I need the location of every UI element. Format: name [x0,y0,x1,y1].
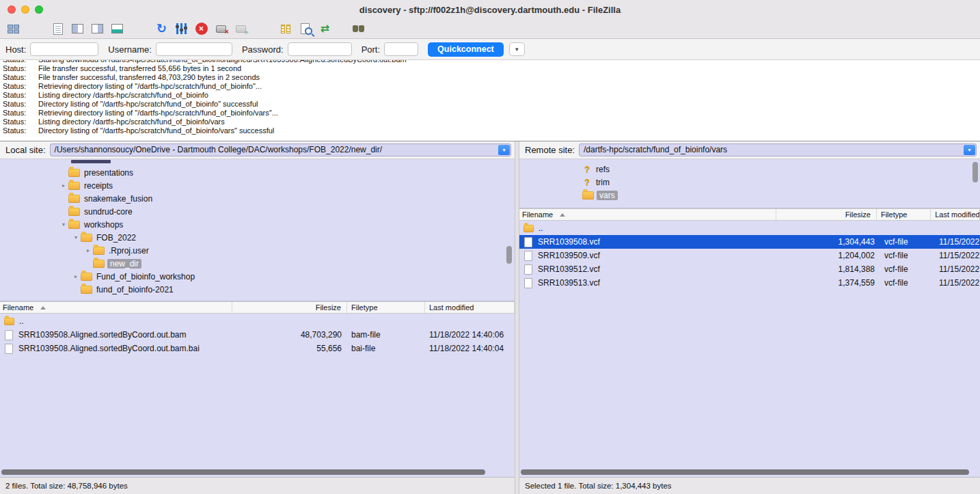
log-line: Status:Retrieving directory listing of "… [0,82,980,91]
chevron-right-icon[interactable]: ▸ [83,247,93,253]
transfer-queue-toggle-icon[interactable] [108,20,126,37]
tree-item-label: FOB_2022 [96,233,136,243]
quickconnect-button[interactable]: Quickconnect [428,42,504,57]
horizontal-scrollbar[interactable] [519,467,980,477]
file-name: .. [539,223,543,233]
local-treeview-toggle-icon[interactable] [68,20,87,37]
tree-item-label: Fund_of_bioinfo_workshop [96,272,195,282]
log-line: Status:Retrieving directory listing of "… [0,109,980,118]
local-file-list-header: Filename Filesize Filetype Last modified [0,301,515,314]
column-header-last-modified[interactable]: Last modified [931,209,980,220]
column-header-filesize[interactable]: Filesize [232,302,347,313]
find-files-icon[interactable] [296,20,314,37]
vertical-scrollbar-thumb[interactable] [972,162,978,182]
close-window-button[interactable] [8,5,16,14]
search-binoculars-icon[interactable] [349,20,368,37]
column-header-filesize[interactable]: Filesize [776,209,877,220]
column-header-filename[interactable]: Filename [0,302,232,313]
tree-item-fund-of-bioinfo-workshop[interactable]: ▸Fund_of_bioinfo_workshop [0,270,515,283]
synchronized-browsing-icon[interactable]: ⇄ [316,20,334,37]
horizontal-scrollbar-thumb[interactable] [1,469,485,475]
partially-scrolled-tree-row [71,160,111,163]
tree-item-trim[interactable]: ?trim [519,176,980,189]
unknown-folder-icon: ? [582,177,592,187]
file-row[interactable]: SRR1039508.Aligned.sortedByCoord.out.bam… [0,328,515,342]
port-input[interactable] [384,42,418,56]
message-log-toggle-icon[interactable] [49,20,67,37]
reconnect-icon[interactable]: ▸ [232,20,250,37]
password-input[interactable] [288,42,352,56]
file-row[interactable]: SRR1039513.vcf 1,374,559 vcf-file 11/15/… [519,276,980,290]
horizontal-scrollbar[interactable] [0,467,515,477]
chevron-down-icon[interactable]: ▾ [59,221,68,228]
local-status-text: 2 files. Total size: 48,758,946 bytes [5,482,128,490]
dropdown-arrow-icon[interactable]: ▾ [964,145,975,155]
file-icon [5,344,13,354]
tree-item-snakemake-fusion[interactable]: snakemake_fusion [0,192,515,205]
dropdown-arrow-icon[interactable]: ▾ [498,145,510,155]
remote-treeview-toggle-icon[interactable] [88,20,107,37]
tree-item-receipts[interactable]: ▸receipts [0,179,515,192]
column-label: Filename [522,210,553,219]
column-header-filetype[interactable]: Filetype [877,209,931,220]
file-name: SRR1039513.vcf [538,278,600,288]
file-modified: 11/15/2022 [935,262,980,276]
filter-icon[interactable] [172,20,191,37]
pane-splitter[interactable] [515,141,519,494]
remote-pane: Remote site: /dartfs-hpc/scratch/fund_of… [519,141,980,477]
folder-icon [523,225,534,232]
chevron-right-icon[interactable]: ▸ [71,273,81,279]
file-size [779,221,880,235]
file-type: vcf-file [880,235,935,249]
file-row-parent-dir[interactable]: .. [0,314,515,328]
username-input[interactable] [156,42,232,56]
file-row[interactable]: SRR1039509.vcf 1,204,002 vcf-file 11/15/… [519,249,980,262]
quickconnect-dropdown-button[interactable]: ▾ [509,42,525,56]
file-row[interactable]: SRR1039512.vcf 1,814,388 vcf-file 11/15/… [519,262,980,276]
folder-icon [68,195,80,203]
window-title: discovery - sftp://f002z1h@discovery.dar… [0,5,980,15]
tree-item-sundrud-core[interactable]: sundrud-core [0,205,515,218]
host-input[interactable] [30,42,98,56]
local-path-dropdown[interactable]: /Users/shannonsoucy/OneDrive - Dartmouth… [50,143,511,156]
column-header-filetype[interactable]: Filetype [347,302,425,313]
tree-item-rproj-user[interactable]: ▸.Rproj.user [0,244,515,257]
file-row-selected[interactable]: SRR1039508.vcf 1,304,443 vcf-file 11/15/… [519,235,980,249]
folder-icon [68,182,80,190]
tree-item-vars[interactable]: vars [519,189,980,202]
tree-item-label: presentations [84,168,133,178]
tree-item-label: snakemake_fusion [84,194,152,204]
folder-icon [81,273,92,281]
tree-item-workshops[interactable]: ▾workshops [0,218,515,231]
tree-item-fund-of-bioinfo-2021[interactable]: fund_of_bioinfo-2021 [0,283,515,296]
column-header-last-modified[interactable]: Last modified [425,302,515,313]
column-header-filename[interactable]: Filename [519,209,776,220]
file-size [232,314,347,328]
file-row[interactable]: SRR1039508.Aligned.sortedByCoord.out.bam… [0,342,515,355]
chevron-right-icon[interactable]: ▸ [59,182,68,189]
tree-item-presentations[interactable]: presentations [0,166,515,179]
traffic-lights [8,5,43,14]
disconnect-icon[interactable]: × [212,20,230,37]
tree-item-fob-2022[interactable]: ▾FOB_2022 [0,231,515,244]
tree-item-new-dir[interactable]: new_dir [0,257,515,270]
zoom-window-button[interactable] [35,5,43,14]
file-modified: 11/18/2022 14:40:06 [425,328,515,342]
refresh-icon[interactable]: ↻ [152,20,171,37]
folder-icon [93,260,105,268]
file-name: SRR1039509.vcf [538,251,600,260]
tree-item-label: receipts [84,181,113,191]
vertical-scrollbar-thumb[interactable] [506,246,512,264]
folder-icon [582,191,594,200]
cancel-transfer-icon[interactable]: × [192,20,210,37]
minimize-window-button[interactable] [21,5,29,14]
file-modified: 11/15/2022 [935,249,980,262]
chevron-down-icon[interactable]: ▾ [71,234,81,241]
site-manager-icon[interactable] [4,20,23,37]
horizontal-scrollbar-thumb[interactable] [521,469,969,475]
tree-item-refs[interactable]: ?refs [519,163,980,176]
directory-comparison-icon[interactable] [276,20,295,37]
file-icon [524,264,532,275]
remote-path-dropdown[interactable]: /dartfs-hpc/scratch/fund_of_bioinfo/vars… [579,143,977,156]
file-row-parent-dir[interactable]: .. [519,221,980,235]
